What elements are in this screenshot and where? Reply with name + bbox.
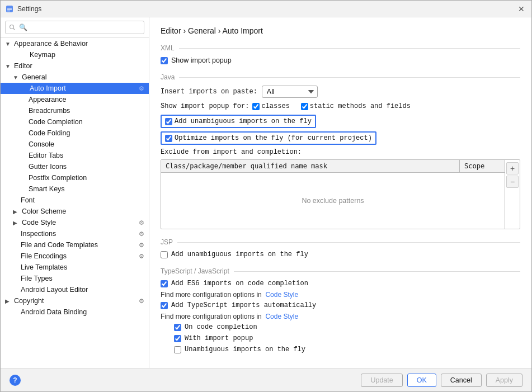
jsp-add-unambiguous-row: Add unambiguous imports on the fly	[161, 251, 520, 258]
col-name: Class/package/member qualified name mask	[161, 160, 460, 172]
sidebar-item-live-templates[interactable]: Live Templates	[1, 262, 149, 273]
typescript-section-label: TypeScript / JavaScript	[161, 267, 520, 275]
sidebar: ▼ Appearance & Behavior Keymap ▼ Editor …	[1, 17, 149, 368]
sidebar-item-console[interactable]: Console	[1, 139, 149, 150]
classes-label: classes	[261, 102, 289, 110]
sidebar-item-label: Code Style	[22, 219, 56, 226]
sidebar-item-breadcrumbs[interactable]: Breadcrumbs	[1, 105, 149, 116]
settings-icon: ⚙	[139, 242, 144, 249]
with-import-popup-label: With import popup	[185, 334, 253, 342]
toggle-icon: ▼	[5, 41, 13, 47]
on-code-completion-row: On code completion	[174, 323, 520, 331]
find-config-ts-row: Find more configuration options in Code …	[161, 313, 520, 320]
sidebar-item-label: Postfix Completion	[29, 174, 87, 182]
optimize-imports-row: Optimize imports on the fly (for current…	[161, 131, 376, 145]
add-pattern-button[interactable]: +	[506, 162, 519, 174]
sidebar-item-appearance[interactable]: Appearance	[1, 94, 149, 105]
sidebar-item-editor-tabs[interactable]: Editor Tabs	[1, 150, 149, 161]
exclude-table-container: Class/package/member qualified name mask…	[161, 159, 520, 229]
apply-button[interactable]: Apply	[486, 374, 522, 387]
sidebar-item-font[interactable]: Font	[1, 195, 149, 206]
show-import-popup-row: Show import popup	[161, 56, 520, 64]
sidebar-item-code-style[interactable]: ▶ Code Style ⚙	[1, 217, 149, 228]
svg-rect-1	[7, 8, 12, 8]
sidebar-item-editor[interactable]: ▼ Editor	[1, 60, 149, 72]
sidebar-item-code-completion[interactable]: Code Completion	[1, 116, 149, 127]
sidebar-item-smart-keys[interactable]: Smart Keys	[1, 183, 149, 195]
find-config-es6-text: Find more configuration options in	[161, 291, 262, 299]
code-style-link-2[interactable]: Code Style	[265, 313, 298, 320]
sidebar-item-color-scheme[interactable]: ▶ Color Scheme	[1, 206, 149, 217]
static-methods-checkbox[interactable]	[301, 103, 308, 110]
sidebar-item-label: Copyright	[14, 297, 44, 305]
with-import-popup-checkbox[interactable]	[174, 335, 181, 342]
update-button[interactable]: Update	[361, 374, 402, 387]
find-config-ts-text: Find more configuration options in	[161, 313, 262, 320]
settings-icon: ⚙	[139, 219, 144, 226]
sidebar-item-label: General	[22, 73, 46, 81]
add-es6-checkbox[interactable]	[161, 280, 168, 287]
add-es6-row: Add ES6 imports on code completion	[161, 280, 520, 287]
sidebar-item-postfix-completion[interactable]: Postfix Completion	[1, 172, 149, 183]
sidebar-item-file-and-code-templates[interactable]: File and Code Templates ⚙	[1, 239, 149, 251]
sidebar-item-auto-import[interactable]: Auto Import ⚙	[1, 83, 149, 94]
jsp-add-unambiguous-checkbox[interactable]	[161, 251, 168, 258]
sidebar-item-label: Inspections	[21, 230, 56, 238]
remove-pattern-button[interactable]: −	[506, 176, 519, 188]
sidebar-item-android-data-binding[interactable]: Android Data Binding	[1, 306, 149, 318]
app-icon	[5, 4, 14, 13]
jsp-section: JSP Add unambiguous imports on the fly	[161, 238, 520, 258]
search-box	[1, 17, 149, 38]
insert-imports-dropdown[interactable]: All Ask None	[262, 86, 318, 98]
settings-icon: ⚙	[139, 253, 144, 260]
ok-button[interactable]: OK	[407, 374, 436, 387]
sidebar-item-label: Editor	[14, 62, 32, 70]
java-section-label: Java	[161, 73, 520, 81]
add-unambiguous-checkbox[interactable]	[165, 118, 172, 125]
sidebar-item-file-types[interactable]: File Types	[1, 273, 149, 284]
code-style-link-1[interactable]: Code Style	[265, 291, 298, 299]
sidebar-item-keymap[interactable]: Keymap	[1, 49, 149, 60]
search-input[interactable]	[5, 21, 144, 34]
optimize-imports-checkbox[interactable]	[165, 135, 172, 142]
sidebar-item-label: Font	[21, 196, 35, 204]
sidebar-item-android-layout-editor[interactable]: Android Layout Editor	[1, 284, 149, 295]
close-button[interactable]: ✕	[516, 3, 527, 15]
breadcrumb: Editor › General › Auto Import	[161, 26, 520, 35]
sidebar-item-general[interactable]: ▼ General	[1, 72, 149, 83]
help-button[interactable]: ?	[10, 375, 21, 386]
add-typescript-checkbox[interactable]	[161, 302, 168, 309]
empty-text: No exclude patterns	[302, 197, 364, 205]
exclude-label: Exclude from import and completion:	[161, 148, 520, 156]
sidebar-item-appearance-behavior[interactable]: ▼ Appearance & Behavior	[1, 38, 149, 49]
sidebar-item-label: Editor Tabs	[29, 152, 63, 159]
sidebar-item-inspections[interactable]: Inspections ⚙	[1, 228, 149, 239]
checkbox-group: classes static methods and fields	[252, 102, 410, 110]
sidebar-item-label: Keymap	[30, 51, 55, 59]
sidebar-item-label: File Types	[21, 275, 53, 282]
footer-left: ?	[10, 375, 21, 386]
cancel-button[interactable]: Cancel	[441, 374, 482, 387]
sidebar-item-gutter-icons[interactable]: Gutter Icons	[1, 161, 149, 172]
unambiguous-imports-checkbox[interactable]	[174, 346, 181, 353]
sidebar-item-copyright[interactable]: ▶ Copyright ⚙	[1, 295, 149, 306]
settings-window: Settings ✕ ▼ Appearance & Behavior Keyma…	[0, 0, 532, 392]
add-unambiguous-label: Add unambiguous imports on the fly	[175, 117, 312, 125]
main-content: Editor › General › Auto Import XML Show …	[149, 17, 531, 368]
toggle-icon: ▶	[13, 220, 21, 226]
sidebar-item-label: Smart Keys	[29, 185, 65, 193]
sidebar-item-code-folding[interactable]: Code Folding	[1, 127, 149, 139]
sidebar-item-label: Console	[29, 140, 54, 148]
sidebar-item-file-encodings[interactable]: File Encodings ⚙	[1, 251, 149, 262]
show-import-popup-checkbox[interactable]	[161, 57, 168, 64]
static-methods-label: static methods and fields	[310, 102, 411, 110]
on-code-completion-checkbox[interactable]	[174, 324, 181, 331]
sidebar-item-label: Code Completion	[29, 118, 83, 126]
insert-imports-label: Insert imports on paste:	[161, 88, 257, 96]
window-body: ▼ Appearance & Behavior Keymap ▼ Editor …	[1, 17, 531, 368]
col-scope: Scope	[460, 160, 505, 172]
classes-checkbox[interactable]	[252, 103, 260, 110]
sidebar-item-label: File Encodings	[21, 252, 67, 260]
toggle-icon: ▼	[5, 63, 13, 69]
toggle-icon: ▶	[13, 209, 21, 215]
